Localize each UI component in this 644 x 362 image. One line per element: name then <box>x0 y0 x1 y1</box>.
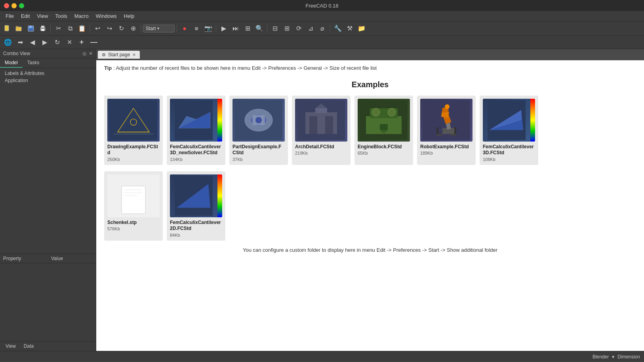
menu-help[interactable]: Help <box>121 12 138 20</box>
tb-btn-misc4[interactable]: ⊿ <box>305 23 316 34</box>
combo-tabs: Model Tasks <box>0 58 96 68</box>
svg-rect-8 <box>41 26 44 28</box>
home-button[interactable]: 🌐 <box>2 37 13 48</box>
extra-button[interactable]: ⊕ <box>128 23 139 34</box>
tb-btn-misc6[interactable]: 🔧 <box>332 23 343 34</box>
example-partdesign[interactable]: PartDesignExample.FCStd 37Kb <box>229 96 288 165</box>
add-tab-button[interactable]: + <box>76 37 87 48</box>
remove-tab-button[interactable]: — <box>88 37 99 48</box>
status-blender: Blender <box>593 354 609 360</box>
minimize-button[interactable] <box>11 3 17 8</box>
tab-model[interactable]: Model <box>0 58 23 68</box>
examples-grid: DrawingExample.FCStd 250Kb <box>104 96 636 165</box>
example-name-engine: EngineBlock.FCStd <box>358 144 402 150</box>
tab-close-button[interactable]: ✕ <box>132 52 136 57</box>
workbench-dropdown[interactable]: Start ▾ <box>143 25 175 33</box>
example-name-schenkel: Schenkel.stp <box>107 220 137 226</box>
tab-tasks[interactable]: Tasks <box>23 58 44 68</box>
menu-edit[interactable]: Edit <box>18 12 33 20</box>
tb-btn-misc7[interactable]: ⚒ <box>344 23 355 34</box>
property-area: Property Value <box>0 254 96 341</box>
tab-view[interactable]: View <box>2 342 20 350</box>
cut-button[interactable]: ✂ <box>53 23 64 34</box>
menu-tools[interactable]: Tools <box>52 12 70 20</box>
menu-windows[interactable]: Windows <box>93 12 120 20</box>
camera-button[interactable]: 📷 <box>203 23 214 34</box>
combo-close-button[interactable]: ✕ <box>89 51 93 56</box>
property-content <box>0 263 96 341</box>
step-button[interactable]: ⏭ <box>230 23 241 34</box>
thumb-fem3d <box>483 99 535 142</box>
back-button[interactable]: ◀ <box>27 37 38 48</box>
example-robot[interactable]: RobotExample.FCStd 189Kb <box>417 96 476 165</box>
example-arch[interactable]: ArchDetail.FCStd 219Kb <box>292 96 351 165</box>
tip-text: Tip : Adjust the number of recent files … <box>104 64 636 72</box>
stop-button[interactable]: ■ <box>191 23 202 34</box>
separator <box>50 25 51 33</box>
redo-button[interactable]: ↪ <box>104 23 115 34</box>
example-fem3d[interactable]: FemCalculixCantilever3D.FCStd 108Kb <box>480 96 538 165</box>
example-size-fem3d: 108Kb <box>483 157 495 162</box>
print-button[interactable] <box>37 23 48 34</box>
tab-label: Start page <box>108 52 130 57</box>
example-fem3d-new[interactable]: FemCalculixCantilever3D_newSolver.FCStd … <box>167 96 225 165</box>
tip-prefix: Tip <box>104 65 112 71</box>
menu-macro[interactable]: Macro <box>71 12 92 20</box>
record-button[interactable]: ● <box>179 23 190 34</box>
tree-item-application[interactable]: Application <box>2 77 94 84</box>
forward-icon-button[interactable]: ➡ <box>15 37 26 48</box>
refresh-button[interactable]: ↻ <box>116 23 127 34</box>
svg-rect-47 <box>122 186 145 214</box>
separator5 <box>216 25 216 33</box>
menubar: File Edit View Tools Macro Windows Help <box>0 11 644 21</box>
example-fem2d[interactable]: FemCalculixCantilever2D.FCStd 84Kb <box>167 171 225 241</box>
reload-button[interactable]: ↻ <box>51 37 63 48</box>
zoom-button[interactable]: 🔍 <box>254 23 265 34</box>
example-engine[interactable]: EngineBlock.FCStd 65Kb <box>354 96 413 165</box>
example-name-fem3d-new: FemCalculixCantilever3D_newSolver.FCStd <box>170 144 222 156</box>
save-button[interactable] <box>25 23 36 34</box>
example-name-arch: ArchDetail.FCStd <box>295 144 334 150</box>
dropdown-arrow: ▾ <box>157 26 159 31</box>
thumb-partdesign <box>232 99 285 142</box>
tree-item-labels[interactable]: Labels & Attributes <box>2 70 94 77</box>
undo-button[interactable]: ↩ <box>92 23 103 34</box>
copy-button[interactable]: ⧉ <box>65 23 76 34</box>
statusbar: Blender ▾ Dimension <box>0 351 644 362</box>
tb-btn-misc1[interactable]: ⊟ <box>269 23 280 34</box>
status-dropdown-arrow[interactable]: ▾ <box>612 354 614 360</box>
open-file-button[interactable] <box>13 23 25 34</box>
app-title: FreeCAD 0.18 <box>305 3 338 9</box>
example-drawing[interactable]: DrawingExample.FCStd 250Kb <box>104 96 163 165</box>
bottom-tip: You can configure a custom folder to dis… <box>104 247 636 253</box>
play-button[interactable]: ▶ <box>218 23 229 34</box>
svg-point-40 <box>445 104 450 109</box>
new-file-button[interactable] <box>2 23 13 34</box>
tb-btn-misc3[interactable]: ⟳ <box>293 23 304 34</box>
examples-title: Examples <box>104 80 636 89</box>
tab-data[interactable]: Data <box>20 342 38 350</box>
example-schenkel[interactable]: Schenkel.stp 576Kb <box>104 171 163 241</box>
tb-btn-misc5[interactable]: ⌀ <box>317 23 328 34</box>
tab-bar: ⚙ Start page ✕ <box>96 49 644 60</box>
start-page-tab[interactable]: ⚙ Start page ✕ <box>98 51 140 59</box>
thumb-robot <box>420 99 473 142</box>
close-button[interactable] <box>4 3 9 8</box>
maximize-button[interactable] <box>19 3 24 8</box>
next-button[interactable]: ▶ <box>39 37 50 48</box>
zoom-fit-button[interactable]: ⊞ <box>242 23 253 34</box>
example-size-schenkel: 576Kb <box>107 226 120 231</box>
svg-rect-6 <box>29 29 33 31</box>
paste-button[interactable]: 📋 <box>76 23 88 34</box>
tb-btn-misc8[interactable]: 📁 <box>356 23 367 34</box>
stop-nav-button[interactable]: ✕ <box>64 37 75 48</box>
tb-btn-misc2[interactable]: ⊞ <box>281 23 292 34</box>
separator4 <box>177 25 177 33</box>
menu-file[interactable]: File <box>2 12 17 20</box>
combo-float-button[interactable]: ◎ <box>82 51 86 56</box>
menu-view[interactable]: View <box>34 12 51 20</box>
tab-icon: ⚙ <box>102 52 106 57</box>
example-size-fem3d-new: 134Kb <box>170 157 183 162</box>
combo-view-label: Combo View <box>3 51 30 56</box>
svg-point-31 <box>388 108 396 116</box>
